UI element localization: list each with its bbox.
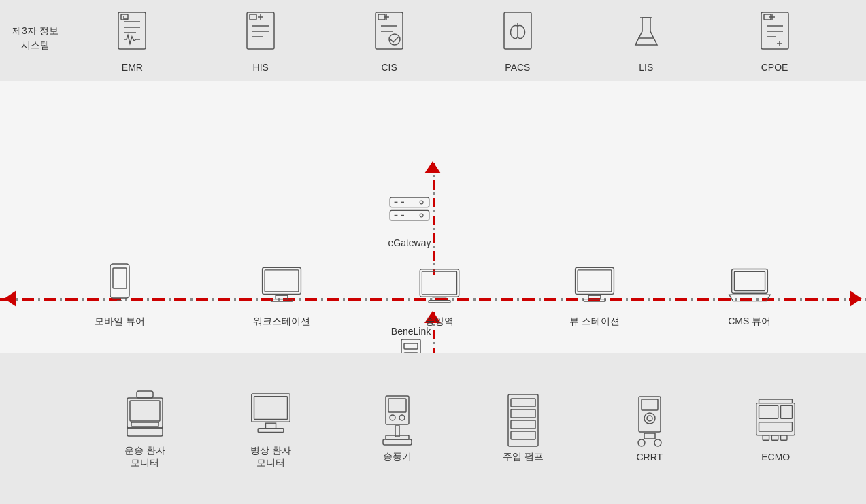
transport-monitor-icon [123,388,167,441]
device-mobile: 모바일 뷰어 [95,261,145,328]
mobile-label: 모바일 뷰어 [95,316,145,328]
device-ecmo: ECMO [754,394,797,463]
svg-rect-96 [781,435,787,441]
lis-icon [624,9,668,58]
svg-rect-48 [262,267,301,294]
device-bedside-monitor: 병상 환자 모니터 [249,388,293,469]
device-cms: CMS 뷰어 [728,261,771,328]
svg-rect-95 [772,435,778,441]
cms-label: CMS 뷰어 [728,316,771,328]
device-transport-monitor: 운송 환자 모니터 [123,388,167,469]
svg-rect-71 [386,396,409,424]
central-icon [418,261,461,310]
svg-point-89 [654,439,661,446]
device-ventilator: 송풍기 [376,394,419,463]
svg-rect-47 [113,268,127,288]
svg-rect-87 [644,433,655,439]
svg-point-86 [647,416,652,421]
svg-rect-94 [763,435,769,441]
svg-rect-97 [759,399,793,403]
device-cpoe: CPOE [753,9,797,73]
svg-rect-81 [511,420,535,429]
svg-rect-22 [761,12,788,49]
cis-icon [367,9,411,58]
ventilator-label: 송풍기 [383,451,412,463]
svg-point-38 [420,214,423,217]
ecmo-label: ECMO [761,452,790,463]
infusion-pump-icon [501,394,545,447]
ventilator-icon [376,394,419,447]
central-label: 중앙역 [425,316,454,328]
svg-rect-57 [578,270,612,292]
svg-rect-6 [250,14,256,20]
svg-rect-51 [271,299,293,302]
svg-rect-58 [588,295,601,299]
emr-icon [110,9,154,58]
his-label: HIS [253,62,269,73]
svg-rect-68 [254,397,288,420]
svg-rect-62 [127,398,163,428]
svg-rect-63 [130,401,160,421]
svg-rect-54 [433,297,446,301]
svg-point-73 [390,415,395,420]
device-pacs: PACS [496,9,539,73]
svg-rect-40 [404,343,418,349]
svg-rect-60 [731,269,767,294]
pacs-icon [496,9,539,58]
device-lis: LIS [624,9,668,73]
svg-rect-83 [639,397,661,432]
bedside-monitor-icon [249,388,293,441]
svg-rect-52 [420,269,460,297]
middle-band: eGateway BeneLink [0,81,866,353]
svg-rect-53 [422,271,457,295]
cms-icon [728,261,771,310]
svg-rect-67 [252,394,290,422]
middle-devices-container: 모바일 뷰어 워크스테이션 [0,261,866,328]
svg-rect-82 [511,431,535,439]
crrt-icon [628,394,671,448]
bedside-monitor-label: 병상 환자 모니터 [250,445,291,469]
svg-rect-72 [388,399,406,412]
svg-point-74 [399,415,405,420]
svg-rect-84 [642,399,658,410]
svg-rect-70 [258,429,284,433]
svg-rect-50 [276,295,288,299]
svg-rect-93 [759,422,793,431]
device-cis: CIS [367,9,411,73]
svg-rect-69 [266,423,276,429]
transport-monitor-label: 운송 환자 모니터 [124,445,165,469]
svg-rect-55 [429,301,450,303]
device-emr: EMR [110,9,154,73]
top-devices-container: EMR HIS [0,9,866,73]
bottom-band: 침대 옆 장치 운송 환자 모니터 [0,353,866,504]
workstation-label: 워크스테이션 [253,316,310,328]
svg-rect-0 [118,12,146,49]
svg-rect-91 [759,405,778,418]
cis-label: CIS [381,62,397,73]
lis-label: LIS [639,62,653,73]
device-workstation: 워크스테이션 [253,261,310,328]
v-line-top [433,163,435,275]
cpoe-icon [753,9,797,58]
infusion-pump-label: 주입 펌프 [503,451,544,463]
arrow-up-top [424,161,441,173]
svg-rect-79 [511,399,535,407]
viewstation-icon [573,261,616,310]
device-central: 중앙역 [418,261,461,328]
top-band: 제3자 정보 시스템 EMR [0,0,866,81]
mobile-icon [98,261,141,310]
bottom-devices-container: 운송 환자 모니터 병상 환자 모니터 [0,388,866,469]
svg-rect-65 [137,391,153,398]
egateway-icon [388,184,431,233]
device-crrt: CRRT [628,394,671,463]
svg-rect-49 [265,270,299,292]
svg-rect-59 [584,299,605,302]
device-his: HIS [239,9,282,73]
ecmo-icon [754,394,797,448]
emr-label: EMR [122,62,143,73]
svg-rect-61 [734,271,765,290]
svg-rect-92 [781,405,793,418]
workstation-icon [260,261,303,310]
device-viewstation: 뷰 스테이션 [569,261,620,328]
svg-rect-77 [383,439,412,445]
